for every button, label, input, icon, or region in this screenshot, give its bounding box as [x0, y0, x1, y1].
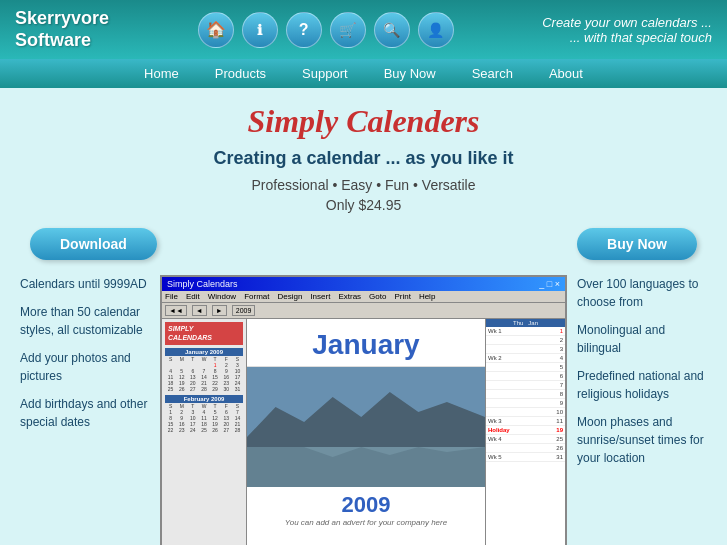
left-features: Calendars until 9999AD More than 50 cale…	[20, 275, 150, 441]
home-icon[interactable]: 🏠	[198, 12, 234, 48]
mini-calendar-feb: February 2009 SMTWTFS 1234567 8910111213…	[165, 395, 243, 433]
right-panel-rows: Wk 11 2 3 Wk 24 5 6 7 8 9 10 Wk 311 Holi…	[486, 327, 565, 462]
feature-bilingual: Monolingual and bilingual	[577, 321, 707, 357]
content-area: Calendars until 9999AD More than 50 cale…	[20, 275, 707, 545]
page-subtitle: Creating a calendar ... as you like it	[20, 148, 707, 169]
app-body: SIMPLY CALENDARS January 2009 SMTWTFS 12…	[162, 319, 565, 545]
feature-holidays: Predefined national and religious holida…	[577, 367, 707, 403]
app-left-panel: SIMPLY CALENDARS January 2009 SMTWTFS 12…	[162, 319, 247, 545]
feature-calendars: Calendars until 9999AD	[20, 275, 150, 293]
nav-products[interactable]: Products	[197, 63, 284, 84]
feature-styles: More than 50 calendar styles, all custom…	[20, 303, 150, 339]
search-icon[interactable]: 🔍	[374, 12, 410, 48]
feature-birthdays: Add birthdays and other special dates	[20, 395, 150, 431]
help-icon[interactable]: ?	[286, 12, 322, 48]
download-button[interactable]: Download	[30, 228, 157, 260]
cta-buttons: Download Buy Now	[20, 228, 707, 260]
main-nav: Home Products Support Buy Now Search Abo…	[0, 59, 727, 88]
info-icon[interactable]: ℹ	[242, 12, 278, 48]
nav-buy[interactable]: Buy Now	[366, 63, 454, 84]
svg-marker-3	[247, 447, 485, 487]
nav-search[interactable]: Search	[454, 63, 531, 84]
calendar-month-header: January	[247, 319, 485, 367]
features-line: Professional • Easy • Fun • Versatile	[20, 177, 707, 193]
app-right-panel: Thu Jan Wk 11 2 3 Wk 24 5 6 7 8 9 10	[485, 319, 565, 545]
user-icon[interactable]: 👤	[418, 12, 454, 48]
calendar-footer: 2009 You can add an advert for your comp…	[247, 487, 485, 533]
feature-languages: Over 100 languages to choose from	[577, 275, 707, 311]
app-screenshot: Simply Calendars _ □ × File Edit Window …	[160, 275, 567, 545]
feature-photos: Add your photos and pictures	[20, 349, 150, 385]
calendar-photo	[247, 367, 485, 487]
site-header: Skerryvore Software 🏠 ℹ ? 🛒 🔍 👤 Create y…	[0, 0, 727, 59]
app-menubar: File Edit Window Format Design Insert Ex…	[162, 291, 565, 303]
mini-calendar-jan: January 2009 SMTWTFS 123 45678910 111213…	[165, 348, 243, 392]
header-tagline: Create your own calendars ... ... with t…	[542, 15, 712, 45]
site-logo: Skerryvore Software	[15, 8, 109, 51]
page-title: Simply Calenders	[20, 103, 707, 140]
app-toolbar: ◄◄ ◄ ► 2009	[162, 303, 565, 319]
buy-button[interactable]: Buy Now	[577, 228, 697, 260]
app-titlebar: Simply Calendars _ □ ×	[162, 277, 565, 291]
app-main-area: January	[247, 319, 485, 545]
nav-about[interactable]: About	[531, 63, 601, 84]
header-icons: 🏠 ℹ ? 🛒 🔍 👤	[198, 12, 454, 48]
feature-moon: Moon phases and sunrise/sunset times for…	[577, 413, 707, 467]
price-line: Only $24.95	[20, 197, 707, 213]
right-features: Over 100 languages to choose from Monoli…	[577, 275, 707, 477]
nav-home[interactable]: Home	[126, 63, 197, 84]
app-logo: SIMPLY CALENDARS	[165, 322, 243, 345]
cart-icon[interactable]: 🛒	[330, 12, 366, 48]
nav-support[interactable]: Support	[284, 63, 366, 84]
main-content: Simply Calenders Creating a calendar ...…	[0, 88, 727, 545]
